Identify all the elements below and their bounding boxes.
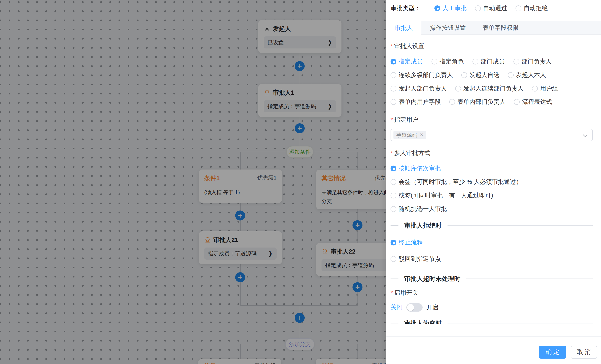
radio-dot <box>391 240 396 245</box>
radio-dot <box>532 86 538 91</box>
radio-dot <box>431 59 437 64</box>
approver-radio-row-4: 表单内用户字段 表单内部门负责人 流程表达式 <box>391 98 552 106</box>
radio-department-member[interactable]: 部门成员 <box>472 57 505 66</box>
footer-divider <box>386 336 601 336</box>
multi-option-row: 按顺序依次审批 <box>391 164 441 173</box>
empty-approver-section-title: 审批人为空时 <box>404 319 442 324</box>
radio-form-dept-leader[interactable]: 表单内部门负责人 <box>449 98 506 106</box>
approver-settings-panel: 审批类型： 人工审批 自动通过 自动拒绝 审批人 操作按钮设置 表单字段权限 *… <box>386 0 601 364</box>
tab-approver[interactable]: 审批人 <box>386 21 421 35</box>
reject-option-row: 驳回到指定节点 <box>391 255 441 263</box>
radio-dot <box>513 59 519 64</box>
approver-radio-row-3: 发起人部门负责人 发起人连续部门负责人 用户组 <box>391 84 558 93</box>
chevron-down-icon <box>583 132 588 137</box>
radio-initiator-self[interactable]: 发起人本人 <box>508 71 546 79</box>
assigned-user-label-row: * 指定用户 <box>391 116 418 124</box>
approver-radio-row-2: 连续多级部门负责人 发起人自选 发起人本人 <box>391 71 546 79</box>
divider-dash <box>391 323 399 324</box>
timeout-section-title: 审批人超时未处理时 <box>404 274 461 283</box>
radio-initiator-multi-dept-leader[interactable]: 发起人连续部门负责人 <box>455 84 524 93</box>
divider-line <box>448 323 593 324</box>
radio-form-user-field[interactable]: 表单内用户字段 <box>391 98 441 106</box>
enable-switch-label: 启用开关 <box>394 289 418 297</box>
radio-dot <box>391 72 396 78</box>
radio-dot <box>455 86 461 91</box>
remove-tag-icon[interactable]: ✕ <box>420 132 423 138</box>
timeout-switch-row: 关闭 开启 <box>391 303 438 313</box>
multi-option-row: 会签（可同时审批，至少 % 人必须审批通过） <box>391 178 522 186</box>
reject-section-title: 审批人拒绝时 <box>404 221 442 230</box>
panel-tabs: 审批人 操作按钮设置 表单字段权限 <box>386 21 601 35</box>
toggle-knob <box>407 304 414 311</box>
radio-dot <box>516 5 521 11</box>
tab-form-field-permissions[interactable]: 表单字段权限 <box>474 21 527 35</box>
approval-flow-designer: 发起人 已设置 ❯ + 审批人1 指定成员：芋道源码 ❯ + <box>0 0 601 364</box>
timeout-section-divider: 审批人超时未处理时 <box>391 274 593 283</box>
radio-department-leader[interactable]: 部门负责人 <box>513 57 552 66</box>
radio-dot <box>434 5 440 11</box>
radio-dot <box>475 5 481 11</box>
radio-dot <box>391 86 396 91</box>
tab-button-settings[interactable]: 操作按钮设置 <box>421 21 474 35</box>
multi-option-row: 随机挑选一人审批 <box>391 205 447 213</box>
required-asterisk: * <box>391 290 393 296</box>
clipped-section: 审批人为空时 <box>391 319 593 324</box>
approval-type-label: 审批类型： <box>391 4 421 12</box>
radio-countersign[interactable]: 会签（可同时审批，至少 % 人必须审批通过） <box>391 178 522 186</box>
reject-option-row: 终止流程 <box>391 238 423 247</box>
required-asterisk: * <box>391 150 393 157</box>
timeout-toggle[interactable] <box>406 303 422 312</box>
divider-dash <box>391 225 399 226</box>
radio-terminate-process[interactable]: 终止流程 <box>391 238 423 247</box>
radio-dot <box>472 59 478 64</box>
radio-manual-approval[interactable]: 人工审批 <box>434 4 467 12</box>
radio-dot <box>391 192 396 198</box>
radio-dot <box>391 206 396 212</box>
user-tag-label: 芋道源码 <box>396 132 417 139</box>
assigned-user-label: 指定用户 <box>394 116 418 124</box>
approver-radio-row-1: 指定成员 指定角色 部门成员 部门负责人 <box>391 57 552 66</box>
radio-auto-approve[interactable]: 自动通过 <box>475 4 507 12</box>
radio-dot <box>508 72 514 78</box>
approval-type-row: 审批类型： 人工审批 自动通过 自动拒绝 <box>391 3 548 13</box>
radio-random-one[interactable]: 随机挑选一人审批 <box>391 205 447 213</box>
multi-option-row: 或签(可同时审批，有一人通过即可) <box>391 191 493 200</box>
radio-dot <box>514 99 520 105</box>
enable-switch-label-row: * 启用开关 <box>391 289 418 297</box>
radio-dot <box>391 256 396 262</box>
divider-line <box>466 279 593 279</box>
radio-return-to-node[interactable]: 驳回到指定节点 <box>391 255 441 263</box>
multi-approve-label-row: * 多人审批方式 <box>391 149 430 157</box>
reject-section-divider: 审批人拒绝时 <box>391 221 593 230</box>
approver-setting-label: 审批人设置 <box>394 42 424 50</box>
required-asterisk: * <box>391 43 393 50</box>
switch-on-label: 开启 <box>426 303 438 312</box>
approver-setting-label-row: * 审批人设置 <box>391 42 424 50</box>
radio-process-expression[interactable]: 流程表达式 <box>514 98 552 106</box>
required-asterisk: * <box>391 116 393 123</box>
multi-approve-label: 多人审批方式 <box>394 149 430 157</box>
radio-designated-member[interactable]: 指定成员 <box>391 57 423 66</box>
radio-dot <box>391 59 396 64</box>
switch-off-label: 关闭 <box>391 303 403 312</box>
radio-dot <box>391 166 396 172</box>
radio-dot <box>461 72 467 78</box>
radio-sequential-approval[interactable]: 按顺序依次审批 <box>391 164 441 173</box>
cancel-button[interactable]: 取 消 <box>571 346 597 359</box>
divider-dash <box>391 279 399 279</box>
radio-designated-role[interactable]: 指定角色 <box>431 57 464 66</box>
radio-dot <box>391 179 396 185</box>
radio-or-sign[interactable]: 或签(可同时审批，有一人通过即可) <box>391 191 493 200</box>
radio-initiator-dept-leader[interactable]: 发起人部门负责人 <box>391 84 447 93</box>
radio-initiator-choose[interactable]: 发起人自选 <box>461 71 500 79</box>
radio-user-group[interactable]: 用户组 <box>532 84 558 93</box>
assigned-user-select[interactable]: 芋道源码 ✕ <box>391 129 593 141</box>
confirm-button[interactable]: 确 定 <box>539 346 566 359</box>
radio-dot <box>391 99 396 105</box>
radio-auto-reject[interactable]: 自动拒绝 <box>516 4 548 12</box>
divider-line <box>448 225 593 226</box>
radio-dot <box>449 99 455 105</box>
user-tag: 芋道源码 ✕ <box>393 131 426 139</box>
radio-multi-level-dept-leader[interactable]: 连续多级部门负责人 <box>391 71 453 79</box>
